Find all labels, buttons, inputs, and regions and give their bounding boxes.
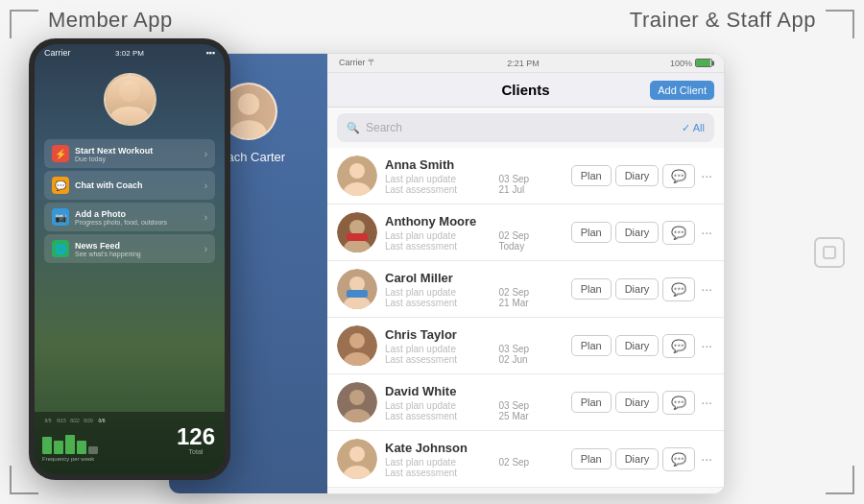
freq-bar-3 bbox=[65, 435, 75, 454]
news-sub: See what's happening bbox=[75, 251, 199, 257]
bracket-bottom-right bbox=[826, 466, 854, 494]
client-name: Carol Miller bbox=[385, 271, 564, 285]
client-meta: Last plan update 02 Sep Last assessment … bbox=[385, 230, 564, 252]
more-button[interactable]: ··· bbox=[699, 338, 714, 353]
chat-button[interactable]: 💬 bbox=[662, 277, 695, 301]
tablet-battery: 100% bbox=[670, 59, 712, 68]
client-meta: Last plan update 03 Sep Last assessment … bbox=[385, 344, 564, 365]
client-name: David White bbox=[385, 384, 564, 398]
phone-device: Carrier 3:02 PM ▪▪▪ ⚡ Start Next Workout… bbox=[29, 38, 230, 480]
client-info-kate: Kate Johnson Last plan update 02 Sep Las… bbox=[385, 441, 564, 478]
photo-text: Add a Photo Progress photo, food, outdoo… bbox=[75, 209, 199, 226]
diary-button[interactable]: Diary bbox=[615, 278, 660, 300]
photo-icon: 📷 bbox=[52, 208, 69, 226]
plan-button[interactable]: Plan bbox=[571, 278, 612, 300]
client-list: Anna Smith Last plan update 03 Sep Last … bbox=[327, 148, 724, 493]
workout-title: Start Next Workout bbox=[75, 146, 199, 156]
client-row: David White Last plan update 03 Sep Last… bbox=[327, 374, 724, 431]
client-info-chris: Chris Taylor Last plan update 03 Sep Las… bbox=[385, 327, 564, 365]
news-icon: 🌐 bbox=[52, 240, 69, 257]
svg-point-11 bbox=[349, 276, 365, 292]
client-avatar-chris bbox=[337, 325, 377, 366]
photo-chevron: › bbox=[204, 212, 207, 223]
more-button[interactable]: ··· bbox=[699, 395, 714, 410]
diary-button[interactable]: Diary bbox=[615, 222, 660, 243]
diary-button[interactable]: Diary bbox=[615, 165, 660, 186]
chat-chevron: › bbox=[204, 180, 207, 191]
chat-button[interactable]: 💬 bbox=[662, 164, 695, 188]
client-row: Carol Miller Last plan update 02 Sep Las… bbox=[327, 261, 724, 318]
svg-point-4 bbox=[349, 163, 365, 179]
client-avatar-kate bbox=[337, 439, 377, 479]
client-actions-chris: Plan Diary 💬 ··· bbox=[571, 334, 714, 358]
client-avatar-anna bbox=[337, 156, 377, 196]
svg-point-18 bbox=[349, 390, 365, 405]
more-button[interactable]: ··· bbox=[699, 451, 714, 467]
client-meta: Last plan update 02 Sep Last assessment bbox=[385, 457, 564, 478]
tablet-time: 2:21 PM bbox=[507, 59, 540, 68]
diary-button[interactable]: Diary bbox=[615, 448, 660, 469]
client-info-carol: Carol Miller Last plan update 02 Sep Las… bbox=[385, 271, 564, 308]
diary-button[interactable]: Diary bbox=[615, 392, 660, 413]
tablet-clients-panel: Carrier 〒 2:21 PM 100% Clients Add Clien… bbox=[327, 54, 724, 493]
tablet-status-bar: Carrier 〒 2:21 PM 100% bbox=[327, 54, 724, 73]
more-button[interactable]: ··· bbox=[699, 281, 714, 297]
bracket-top-right bbox=[826, 10, 854, 38]
add-client-button[interactable]: Add Client bbox=[650, 81, 714, 100]
frequency-label: Frequency per week bbox=[42, 456, 108, 462]
plan-button[interactable]: Plan bbox=[571, 335, 612, 356]
client-row: Anna Smith Last plan update 03 Sep Last … bbox=[327, 148, 724, 204]
client-name: Chris Taylor bbox=[385, 327, 564, 342]
client-actions-anna: Plan Diary 💬 ··· bbox=[571, 164, 714, 188]
phone-menu-item-workout[interactable]: ⚡ Start Next Workout Due today › bbox=[44, 139, 215, 168]
battery-icon bbox=[695, 59, 712, 67]
client-meta: Last plan update 03 Sep Last assessment … bbox=[385, 400, 564, 421]
tablet-nav-bar: Clients Add Client bbox=[327, 73, 724, 108]
plan-button[interactable]: Plan bbox=[571, 222, 612, 243]
phone-signal: ▪▪▪ bbox=[205, 48, 215, 58]
client-row: Chris Taylor Last plan update 03 Sep Las… bbox=[327, 318, 724, 374]
svg-rect-9 bbox=[347, 233, 368, 241]
news-chevron: › bbox=[204, 244, 207, 254]
freq-bar-2 bbox=[54, 441, 63, 454]
diary-button[interactable]: Diary bbox=[615, 335, 660, 356]
client-actions-anthony: Plan Diary 💬 ··· bbox=[571, 221, 714, 245]
news-text: News Feed See what's happening bbox=[75, 241, 199, 257]
member-app-label: Member App bbox=[48, 8, 173, 33]
total-score: 126 Total bbox=[177, 425, 215, 455]
workout-sub: Due today bbox=[75, 156, 199, 162]
client-actions-kate: Plan Diary 💬 ··· bbox=[571, 447, 714, 471]
plan-button[interactable]: Plan bbox=[571, 448, 612, 469]
chat-button[interactable]: 💬 bbox=[662, 391, 695, 415]
client-name: Anthony Moore bbox=[385, 214, 564, 228]
chat-title: Chat with Coach bbox=[75, 180, 199, 190]
phone-carrier: Carrier bbox=[44, 48, 71, 58]
freq-bar-1 bbox=[42, 437, 52, 454]
search-bar[interactable]: 🔍 Search ✓ All bbox=[337, 113, 714, 142]
plan-button[interactable]: Plan bbox=[571, 392, 612, 413]
phone-menu-item-news[interactable]: 🌐 News Feed See what's happening › bbox=[44, 234, 215, 263]
chat-icon: 💬 bbox=[52, 177, 69, 194]
news-title: News Feed bbox=[75, 241, 199, 251]
phone-menu-item-photo[interactable]: 📷 Add a Photo Progress photo, food, outd… bbox=[44, 203, 215, 231]
workout-icon: ⚡ bbox=[52, 145, 69, 162]
phone-menu-item-chat[interactable]: 💬 Chat with Coach › bbox=[44, 171, 215, 200]
chat-button[interactable]: 💬 bbox=[662, 334, 695, 358]
more-button[interactable]: ··· bbox=[699, 225, 714, 240]
svg-point-7 bbox=[349, 220, 365, 235]
chat-button[interactable]: 💬 bbox=[662, 447, 695, 471]
workout-text: Start Next Workout Due today bbox=[75, 146, 199, 162]
bracket-top-left bbox=[10, 10, 38, 38]
more-button[interactable]: ··· bbox=[699, 168, 714, 183]
search-icon: 🔍 bbox=[347, 122, 360, 134]
plan-button[interactable]: Plan bbox=[571, 165, 612, 186]
freq-bar-4 bbox=[77, 441, 86, 454]
search-placeholder-text: Search bbox=[366, 121, 402, 134]
svg-rect-13 bbox=[347, 290, 368, 298]
freq-bar-5 bbox=[88, 446, 98, 454]
photo-sub: Progress photo, food, outdoors bbox=[75, 219, 199, 226]
client-avatar-david bbox=[337, 382, 377, 422]
all-filter[interactable]: ✓ All bbox=[682, 122, 705, 134]
client-avatar-carol bbox=[337, 269, 377, 309]
chat-button[interactable]: 💬 bbox=[662, 221, 695, 245]
